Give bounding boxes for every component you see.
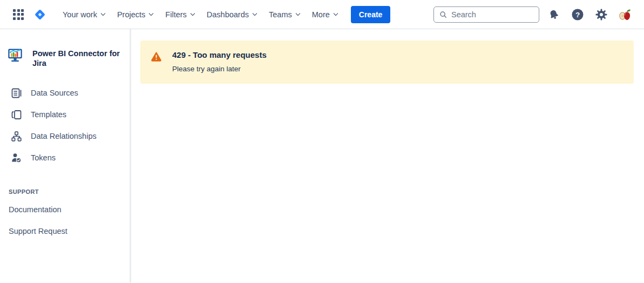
app-header: Power BI Connector for Jira (0, 46, 130, 68)
search-box[interactable] (433, 6, 539, 23)
nav-item-label: Filters (165, 10, 186, 19)
search-icon (439, 10, 447, 19)
nav-item-filters[interactable]: Filters (159, 6, 200, 23)
notifications-button[interactable] (545, 5, 563, 24)
search-input[interactable] (451, 10, 533, 19)
nav-item-label: Dashboards (207, 10, 249, 19)
help-button[interactable]: ? (568, 5, 587, 24)
nav-item-your-work[interactable]: Your work (56, 6, 111, 23)
tokens-icon (11, 152, 22, 163)
sidebar-item-label: Tokens (31, 153, 56, 162)
user-avatar[interactable] (616, 5, 634, 24)
sidebar-item-data-sources[interactable]: Data Sources (0, 82, 130, 104)
sidebar-link-documentation[interactable]: Documentation (0, 199, 130, 220)
chevron-down-icon (100, 11, 106, 16)
settings-button[interactable] (592, 5, 611, 24)
data-sources-icon (11, 87, 22, 98)
sidebar-item-data-relationships[interactable]: Data Relationships (0, 125, 130, 147)
app-switcher-icon (13, 9, 24, 20)
banner-message: Please try again later (172, 65, 267, 73)
settings-gear-icon (595, 8, 608, 21)
banner-text: 429 - Too many requests Please try again… (172, 50, 267, 73)
sidebar-item-tokens[interactable]: Tokens (0, 147, 130, 169)
nav-item-label: Projects (117, 10, 145, 19)
support-section-heading: SUPPORT (0, 185, 130, 199)
sidebar-item-templates[interactable]: Templates (0, 104, 130, 125)
sidebar-link-support-request[interactable]: Support Request (0, 220, 130, 242)
nav-item-teams[interactable]: Teams (262, 6, 306, 23)
app-title: Power BI Connector for Jira (32, 46, 123, 68)
sidebar: Power BI Connector for Jira Data Sources (0, 29, 130, 282)
sidebar-item-label: Data Sources (31, 89, 78, 97)
main-content: 429 - Too many requests Please try again… (131, 29, 644, 282)
data-relationships-icon (11, 131, 22, 142)
monitor-chart-icon (8, 46, 23, 64)
warning-triangle-icon (151, 52, 161, 62)
nav-item-projects[interactable]: Projects (111, 6, 159, 23)
sidebar-item-label: Templates (31, 110, 66, 119)
warning-banner: 429 - Too many requests Please try again… (140, 41, 634, 84)
primary-nav: Your work Projects Filters Dashboards Te… (56, 6, 343, 23)
notifications-bell-icon (548, 9, 560, 21)
chevron-down-icon (148, 11, 154, 16)
top-navigation-bar: Your work Projects Filters Dashboards Te… (0, 0, 644, 29)
app-switcher-button[interactable] (10, 6, 27, 23)
nav-item-label: Your work (63, 10, 97, 19)
chevron-down-icon (333, 11, 338, 16)
create-button[interactable]: Create (351, 6, 391, 23)
jira-logo-icon (33, 8, 47, 22)
nav-item-label: Teams (269, 10, 292, 19)
user-avatar-apple-icon (618, 8, 633, 22)
nav-item-more[interactable]: More (306, 6, 343, 23)
chevron-down-icon (190, 11, 195, 16)
nav-item-dashboards[interactable]: Dashboards (200, 6, 262, 23)
sidebar-item-label: Data Relationships (31, 132, 97, 140)
jira-logo[interactable] (29, 6, 51, 23)
nav-item-label: More (312, 10, 330, 19)
templates-icon (11, 109, 22, 120)
help-icon: ? (571, 8, 584, 21)
chevron-down-icon (252, 11, 257, 16)
banner-title: 429 - Too many requests (172, 50, 267, 60)
svg-text:?: ? (575, 11, 580, 19)
chevron-down-icon (295, 11, 301, 16)
